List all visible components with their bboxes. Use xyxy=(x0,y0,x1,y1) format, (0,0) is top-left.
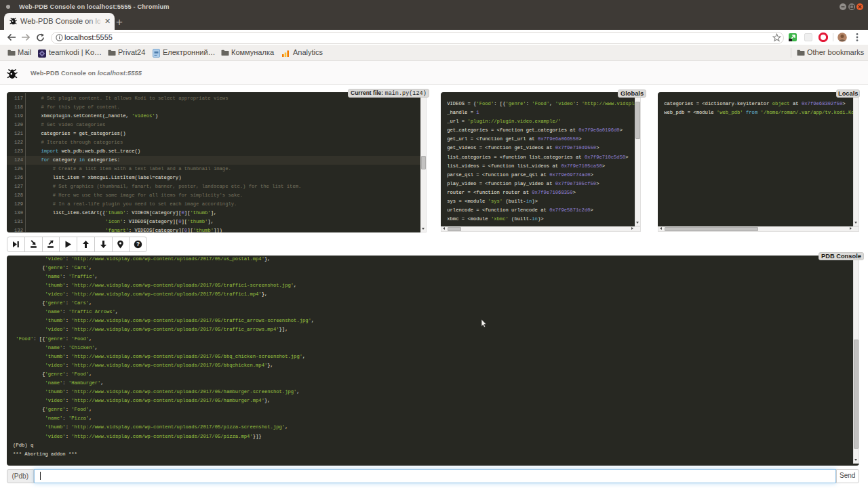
svg-text:?: ? xyxy=(136,241,140,247)
